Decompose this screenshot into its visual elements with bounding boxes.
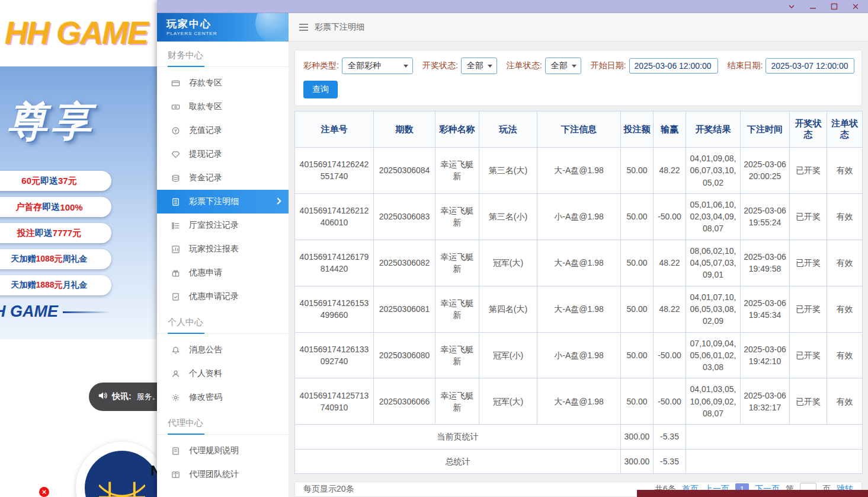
promo-pill[interactable]: 投注 即送 7777元 (0, 223, 111, 243)
table-cell: 已开奖 (790, 378, 827, 425)
end-date-label: 结束日期: (728, 60, 763, 71)
sidebar-item-lottery-bet-details[interactable]: 彩票下注明细 (157, 190, 289, 214)
start-date-label: 开始日期: (591, 60, 626, 71)
table-cell: 大-A盘@1.98 (537, 240, 621, 286)
table-cell: 48.22 (654, 286, 686, 332)
table-cell: 第三名(小) (479, 193, 537, 240)
table-cell: -50.00 (654, 193, 686, 240)
promo-pill[interactable]: 户首存 即送 100% (0, 197, 111, 217)
table-cell: 幸运飞艇新 (435, 332, 479, 378)
h-game-logo: H GAME (0, 302, 110, 321)
draw-status-select[interactable]: 全部 (461, 58, 497, 74)
sidebar-item-profile[interactable]: 个人资料 (157, 362, 289, 386)
table-cell: 冠军(大) (479, 240, 537, 286)
lottery-type-select[interactable]: 全部彩种 (342, 58, 413, 74)
ticker-label: 快讯: (112, 391, 132, 402)
table-cell: 有效 (827, 240, 863, 286)
sidebar-item-promo-apply[interactable]: 优惠申请 (157, 261, 289, 285)
table-cell: 有效 (827, 332, 863, 378)
table-cell: 大-A盘@1.98 (537, 378, 621, 425)
table-cell: 有效 (827, 286, 863, 332)
table-cell: 有效 (827, 148, 863, 194)
sidebar-item-agent-team-stats[interactable]: 代理团队统计 (157, 463, 289, 486)
table-cell: 20250306084 (374, 148, 435, 194)
header-bet-time: 下注时间 (741, 111, 790, 148)
table-cell: 冠军(小) (479, 332, 537, 378)
sidebar-item-messages[interactable]: 消息公告 (157, 338, 289, 362)
table-cell: 已开奖 (790, 286, 827, 332)
table-cell: 50.00 (621, 193, 654, 240)
document-icon (171, 447, 180, 455)
table-cell: 已开奖 (790, 240, 827, 286)
table-cell: 2025-03-06 18:32:17 (741, 378, 790, 425)
sidebar-title: 玩家中心 (166, 17, 289, 31)
start-date-input[interactable] (629, 58, 718, 74)
promo-banner-area: 尊享 60元 即送 37元 户首存 即送 100% 投注 即送 7777元 天加… (0, 66, 163, 339)
sidebar-item-withdraw-records[interactable]: 提现记录 (157, 142, 289, 166)
chevron-down-icon[interactable] (787, 3, 796, 10)
table-cell: 48.22 (654, 148, 686, 194)
table-cell: 50.00 (621, 378, 654, 425)
table-row: 401569174126133092740 20250306080 幸运飞艇新 … (295, 332, 863, 378)
main-content: 彩票下注明细 彩种类型: 全部彩种 开奖状态: 全部 注单状态: 全部 开始日期… (289, 13, 868, 497)
end-date-input[interactable] (765, 58, 854, 74)
table-cell: 幸运飞艇新 (435, 378, 479, 425)
header-period: 期数 (374, 111, 435, 148)
sidebar-item-label: 代理规则说明 (189, 445, 239, 456)
promo-pill[interactable]: 天加赠 1088元 周礼金 (0, 249, 111, 269)
sidebar-item-agent-rules[interactable]: 代理规则说明 (157, 439, 289, 463)
table-row: 401569174126212406010 20250306083 幸运飞艇新 … (295, 193, 863, 240)
header-draw-result: 开奖结果 (686, 111, 741, 148)
table-cell: 有效 (827, 193, 863, 240)
table-cell: 冠军(大) (479, 378, 537, 425)
table-cell: 20250306066 (374, 378, 435, 425)
breadcrumb: 彩票下注明细 (315, 22, 364, 33)
bets-table: 注单号 期数 彩种名称 玩法 下注信息 投注额 输赢 开奖结果 下注时间 开奖状… (294, 111, 863, 474)
error-badge-icon[interactable] (39, 487, 49, 497)
table-cell: 20250306082 (374, 240, 435, 286)
table-cell: -50.00 (654, 332, 686, 378)
bell-icon (171, 346, 180, 355)
page-size-label: 每页显示20条 (303, 484, 354, 495)
table-row: 401569174126179814420 20250306082 幸运飞艇新 … (295, 240, 863, 286)
promo-pill[interactable]: 60元 即送 37元 (0, 171, 111, 191)
sidebar-item-promo-apply-records[interactable]: 优惠申请记录 (157, 285, 289, 308)
menu-icon[interactable] (299, 24, 308, 31)
minimize-icon[interactable] (809, 3, 817, 10)
table-cell: 08,06,02,10,04,05,07,03,09,01 (686, 240, 741, 286)
promo-pill[interactable]: 天加赠 1888元 月礼金 (0, 275, 111, 295)
filter-panel: 彩种类型: 全部彩种 开奖状态: 全部 注单状态: 全部 开始日期: 结束日期:… (294, 50, 862, 106)
table-cell: 04,01,09,08,06,07,03,10,05,02 (686, 148, 741, 194)
sidebar-item-fund-records[interactable]: 资金记录 (157, 166, 289, 190)
table-cell: 50.00 (621, 148, 654, 194)
sidebar-item-deposit-zone[interactable]: 存款专区 (157, 71, 289, 95)
order-status-select[interactable]: 全部 (545, 58, 581, 74)
sidebar-header: 玩家中心 PLAYERS CENTER (157, 13, 289, 42)
summary-empty (686, 425, 863, 449)
sidebar-item-change-password[interactable]: 修改密码 (157, 386, 289, 409)
table-cell: 07,10,09,04,05,06,01,02,03,08 (686, 332, 741, 378)
maximize-icon[interactable] (830, 3, 838, 10)
sidebar-item-player-bet-report[interactable]: 玩家投注报表 (157, 237, 289, 261)
table-cell: 小-A盘@1.98 (537, 332, 621, 378)
sidebar-item-recharge-records[interactable]: 充值记录 (157, 119, 289, 142)
bets-table-wrap: 注单号 期数 彩种名称 玩法 下注信息 投注额 输赢 开奖结果 下注时间 开奖状… (294, 111, 862, 474)
table-cell: 48.22 (654, 240, 686, 286)
close-icon[interactable] (851, 3, 860, 10)
summary-bet-total: 300.00 (621, 449, 654, 473)
section-title-finance: 财务中心 (157, 42, 289, 67)
sidebar-item-withdraw-zone[interactable]: 取款专区 (157, 95, 289, 119)
hh-game-logo: HH GAME (5, 14, 148, 51)
section-title-personal: 个人中心 (157, 308, 289, 334)
sidebar-item-hall-bet-records[interactable]: 厅室投注记录 (157, 214, 289, 237)
bridge-icon (85, 451, 159, 497)
table-cell: 大-A盘@1.98 (537, 148, 621, 194)
banknote-icon (171, 103, 180, 111)
summary-bet-total: 300.00 (621, 425, 654, 449)
query-button[interactable]: 查询 (303, 81, 338, 98)
table-cell: 2025-03-06 19:45:34 (741, 286, 790, 332)
sidebar-item-label: 消息公告 (189, 345, 222, 355)
table-cell: 2025-03-06 19:49:58 (741, 240, 790, 286)
table-cell: 401569174126212406010 (295, 193, 374, 240)
card-icon (171, 79, 180, 88)
